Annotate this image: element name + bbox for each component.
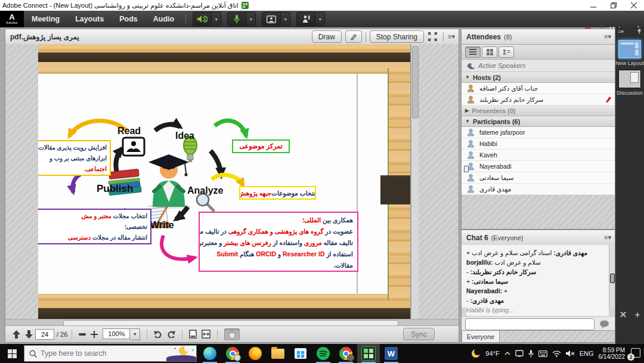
close-button[interactable] xyxy=(624,0,644,11)
divider xyxy=(443,32,444,42)
taskbar-adobe-connect-active[interactable] xyxy=(357,344,380,363)
discussion-thumbnail[interactable] xyxy=(618,70,641,88)
attendee-row[interactable]: fateme jafarpoor xyxy=(462,127,615,138)
pdf-slide[interactable]: Read Idea Analyze Write Publish افزایش ر… xyxy=(38,44,411,319)
microphone-button[interactable] xyxy=(228,13,246,26)
taskbar-file-explorer[interactable] xyxy=(267,344,289,363)
fit-page-button[interactable] xyxy=(189,330,197,339)
rotate-right-button[interactable] xyxy=(167,330,175,338)
attendee-row[interactable]: سیما سعادتی xyxy=(462,172,615,184)
maximize-button[interactable] xyxy=(603,0,624,11)
page-number-input[interactable] xyxy=(35,329,54,340)
send-message-button[interactable] xyxy=(597,318,611,330)
menu-audio[interactable]: Audio xyxy=(145,11,182,27)
taskbar-microsoft-store[interactable] xyxy=(289,344,312,363)
zoom-in-button[interactable] xyxy=(91,331,98,338)
tray-wifi-icon[interactable] xyxy=(552,350,561,357)
sync-button[interactable]: Sync xyxy=(403,328,435,340)
attendees-pod-menu-icon[interactable]: ≡▾ xyxy=(604,33,611,41)
weather-moon-icon[interactable] xyxy=(471,349,481,358)
notification-center-button[interactable]: 2 xyxy=(630,348,642,359)
word-icon: W xyxy=(385,347,398,360)
webcam-button[interactable] xyxy=(262,13,280,26)
chat-pod-menu-icon[interactable]: ≡▾ xyxy=(604,234,611,241)
tray-volume-muted-icon[interactable] xyxy=(566,350,575,357)
taskbar-firefox[interactable] xyxy=(244,344,267,363)
share-pod-menu-icon[interactable]: ≡▾ xyxy=(448,33,455,41)
tray-microphone-icon[interactable] xyxy=(528,350,534,358)
search-input[interactable] xyxy=(37,349,162,358)
attendee-row[interactable]: جناب آقای دکتر اصنافه xyxy=(462,83,615,94)
journals-textbox: انتخاب مجلات معتبر و مشتخصصی؛انتشار مقال… xyxy=(38,209,151,244)
adobe-logo: AAdobe xyxy=(0,11,24,27)
rail-menu-icon[interactable]: ≡▾ xyxy=(618,29,624,35)
taskbar-word[interactable]: W xyxy=(380,344,402,363)
weather-temp[interactable]: 94°F xyxy=(485,350,499,357)
taskbar-search[interactable] xyxy=(24,345,197,362)
minimize-button[interactable] xyxy=(583,0,603,11)
tray-display-icon[interactable] xyxy=(515,350,524,357)
attendee-row[interactable]: Kaveh xyxy=(462,150,615,161)
stop-sharing-button[interactable]: Stop Sharing xyxy=(370,30,424,43)
layout-discussion[interactable]: Discussion xyxy=(615,70,644,96)
raise-hand-button[interactable] xyxy=(297,13,315,26)
tray-touch-keyboard-icon[interactable] xyxy=(538,350,547,357)
fullscreen-button[interactable] xyxy=(428,32,437,41)
taskbar-chrome[interactable] xyxy=(221,344,244,363)
webcam-dropdown[interactable]: ▾ xyxy=(280,13,290,26)
mobile-device-icon xyxy=(464,166,469,172)
share-vertical-scrollbar[interactable] xyxy=(411,44,419,319)
list-view-button[interactable] xyxy=(465,46,481,58)
start-button[interactable] xyxy=(0,344,24,363)
rail-pin-icon[interactable] xyxy=(637,29,642,35)
pointer-tool-button[interactable] xyxy=(345,30,362,43)
tray-expand-icon[interactable] xyxy=(504,352,510,355)
grid-view-button[interactable] xyxy=(482,46,497,58)
taskbar-edge[interactable] xyxy=(199,344,221,363)
participant-icon xyxy=(466,139,475,148)
hosts-section-header[interactable]: ▼ Hosts (2) xyxy=(462,72,615,83)
visibility-textbox: افزایش رویت پذیری مقالاتابزارهای مبتنی ب… xyxy=(38,140,111,176)
menu-pods[interactable]: Pods xyxy=(112,11,145,27)
language-indicator[interactable]: ENG xyxy=(580,350,594,357)
draw-button[interactable]: Draw xyxy=(312,30,342,43)
microphone-dropdown[interactable]: ▾ xyxy=(246,13,255,26)
presenters-section-header[interactable]: ▶ Presenters (0) xyxy=(462,106,615,116)
status-dropdown[interactable]: ▾ xyxy=(315,13,324,26)
rail-close-icon[interactable]: ✕ xyxy=(620,309,627,320)
new-layout-thumbnail[interactable] xyxy=(618,40,641,58)
speaker-button[interactable] xyxy=(193,13,211,26)
rail-add-layout-icon[interactable]: + xyxy=(635,309,640,320)
menu-layouts[interactable]: Layouts xyxy=(67,11,112,27)
previous-page-button[interactable] xyxy=(13,330,20,339)
pan-tool-button[interactable] xyxy=(224,328,240,340)
participants-section-header[interactable]: ▼ Participants (6) xyxy=(462,116,615,127)
fit-width-button[interactable] xyxy=(202,330,210,339)
next-page-button[interactable] xyxy=(25,330,33,339)
taskbar-chrome-2[interactable] xyxy=(335,344,357,363)
fullscreen-icon xyxy=(428,32,437,41)
attendee-row[interactable]: Nayerabadi xyxy=(462,161,615,172)
layout-new-layout[interactable]: New Layout xyxy=(615,40,644,66)
typing-indicator: Habibi is typing... xyxy=(466,306,609,316)
attendee-row[interactable]: سرکار خانم دکتر نظربلند xyxy=(462,94,615,106)
rotate-left-button[interactable] xyxy=(154,330,162,338)
scrollbar-thumb[interactable] xyxy=(610,274,615,283)
share-controls-bar: / 26 100% ▾ S xyxy=(5,325,459,342)
menu-meeting[interactable]: Meeting xyxy=(24,11,67,27)
clock[interactable]: 8:59 PM 6/14/2022 xyxy=(599,347,626,360)
page-total: / 26 xyxy=(57,331,67,338)
card-view-button[interactable] xyxy=(499,46,514,58)
scrollbar-thumb[interactable] xyxy=(412,46,419,119)
chat-message-input[interactable] xyxy=(465,318,595,330)
tab-everyone[interactable]: Everyone xyxy=(462,330,500,342)
attendee-row[interactable]: مهدی قادری xyxy=(462,184,615,195)
zoom-dropdown[interactable]: ▾ xyxy=(130,328,140,340)
zoom-out-button[interactable] xyxy=(79,333,86,336)
zoom-level[interactable]: 100% xyxy=(103,328,130,339)
taskbar-spotify[interactable] xyxy=(312,344,335,363)
hand-icon xyxy=(228,330,236,339)
speaker-dropdown[interactable]: ▾ xyxy=(211,13,221,26)
chat-scrollbar[interactable] xyxy=(609,245,615,308)
attendee-row[interactable]: Habibi xyxy=(462,138,615,150)
